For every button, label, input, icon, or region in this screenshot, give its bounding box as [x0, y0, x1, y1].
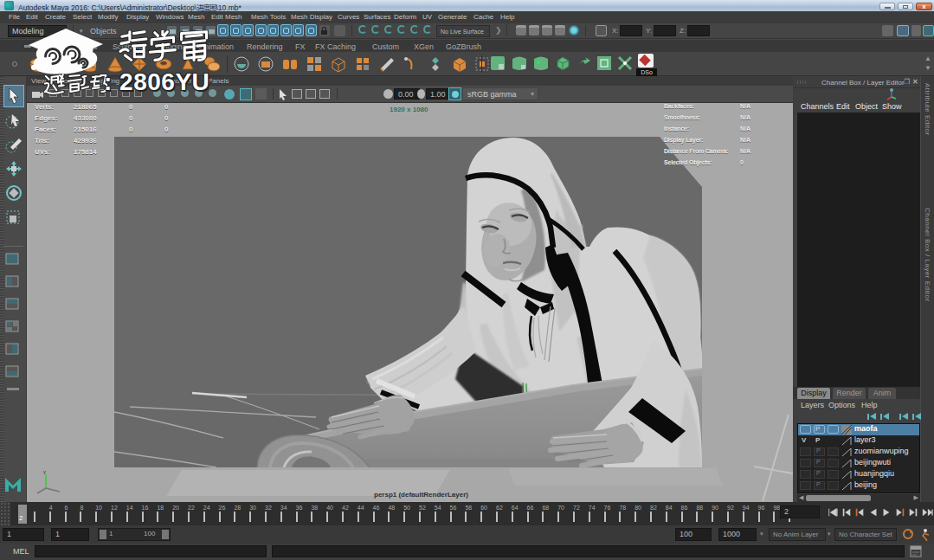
svg-text:y: y	[43, 469, 46, 474]
